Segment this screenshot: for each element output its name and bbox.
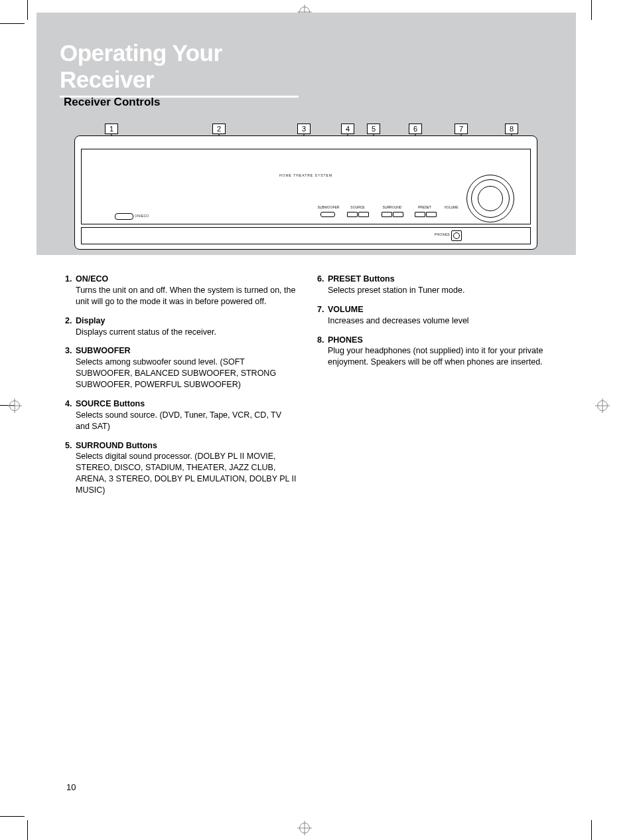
- receiver-diagram: HOME THEATRE SYSTEM ON/ECO SUBWOOFER SOU…: [74, 135, 537, 250]
- list-item: 7.VOLUME Increases and decreases volume …: [317, 304, 549, 327]
- manual-page: Operating Your Receiver Receiver Control…: [0, 0, 633, 840]
- callout-6: 6: [409, 124, 422, 134]
- preset-label: PRESET: [413, 205, 436, 209]
- item-desc: Plug your headphones (not supplied) into…: [328, 345, 549, 368]
- list-item: 8.PHONES Plug your headphones (not suppl…: [317, 335, 549, 369]
- crop-mark: [591, 0, 592, 20]
- callout-3: 3: [297, 124, 311, 134]
- receiver-bottom-strip: [81, 227, 531, 244]
- volume-knob-inner-icon: [478, 186, 503, 211]
- callout-1: 1: [105, 124, 118, 134]
- left-column: 1.ON/ECO Turns the unit on and off. When…: [65, 274, 297, 504]
- system-label: HOME THEATRE SYSTEM: [279, 173, 332, 177]
- item-num: 2.: [65, 315, 76, 327]
- source-label: SOURCE: [346, 205, 370, 209]
- receiver-main-panel: HOME THEATRE SYSTEM ON/ECO SUBWOOFER SOU…: [81, 149, 531, 224]
- subwoofer-label: SUBWOOFER: [315, 205, 342, 209]
- crop-mark: [0, 23, 25, 24]
- callout-4: 4: [341, 124, 354, 134]
- power-button-icon: [115, 213, 133, 220]
- list-item: 5.SURROUND Buttons Selects digital sound…: [65, 440, 297, 496]
- item-title: SURROUND Buttons: [76, 441, 157, 450]
- source-up-icon: [358, 212, 369, 217]
- page-title: Operating Your Receiver: [60, 40, 299, 93]
- callout-7: 7: [455, 124, 468, 134]
- list-item: 1.ON/ECO Turns the unit on and off. When…: [65, 274, 297, 307]
- volume-label: VOLUME: [440, 205, 462, 209]
- crop-mark: [591, 820, 592, 840]
- item-title: SOURCE Buttons: [76, 399, 145, 408]
- description-columns: 1.ON/ECO Turns the unit on and off. When…: [65, 274, 549, 504]
- item-title: VOLUME: [328, 305, 363, 314]
- on-eco-label: ON/ECO: [135, 214, 149, 218]
- page-number: 10: [66, 782, 76, 792]
- item-num: 4.: [65, 398, 76, 410]
- list-item: 2.Display Displays current status of the…: [65, 315, 297, 338]
- item-desc: Displays current status of the receiver.: [76, 327, 297, 338]
- source-down-icon: [347, 212, 358, 217]
- phones-label: PHONES: [435, 232, 450, 236]
- list-item: 3.SUBWOOFER Selects among subwoofer soun…: [65, 345, 297, 390]
- item-desc: Selects sound source. (DVD, Tuner, Tape,…: [76, 410, 297, 432]
- item-title: SUBWOOFER: [76, 346, 131, 355]
- registration-mark-icon: [9, 400, 20, 411]
- item-num: 5.: [65, 440, 76, 452]
- registration-mark-icon: [597, 400, 608, 411]
- crop-mark: [27, 0, 28, 20]
- item-num: 1.: [65, 274, 76, 285]
- crop-mark: [0, 816, 25, 817]
- item-title: PHONES: [328, 335, 363, 345]
- subwoofer-button-icon: [320, 212, 335, 217]
- item-title: Display: [76, 316, 105, 325]
- item-desc: Selects digital sound processor. (DOLBY …: [76, 451, 297, 496]
- item-desc: Selects among subwoofer sound level. (SO…: [76, 357, 297, 390]
- item-title: PRESET Buttons: [328, 274, 395, 284]
- right-column: 6.PRESET Buttons Selects preset station …: [317, 274, 549, 504]
- item-desc: Increases and decreases volume level: [328, 315, 549, 327]
- surround-down-icon: [382, 212, 392, 217]
- item-num: 6.: [317, 274, 328, 285]
- preset-up-icon: [426, 212, 437, 217]
- phones-jack-icon: [451, 230, 462, 241]
- registration-mark-icon: [299, 823, 310, 833]
- surround-label: SURROUND: [379, 205, 405, 209]
- list-item: 6.PRESET Buttons Selects preset station …: [317, 274, 549, 296]
- callout-5: 5: [367, 124, 380, 134]
- surround-up-icon: [393, 212, 403, 217]
- page-title-block: Operating Your Receiver: [60, 40, 299, 98]
- crop-mark: [27, 820, 28, 840]
- callout-8: 8: [505, 124, 518, 134]
- item-desc: Turns the unit on and off. When the syst…: [76, 285, 297, 307]
- item-desc: Selects preset station in Tuner mode.: [328, 285, 549, 296]
- item-num: 3.: [65, 345, 76, 357]
- item-title: ON/ECO: [76, 274, 108, 284]
- item-num: 7.: [317, 304, 328, 315]
- callout-2: 2: [212, 124, 226, 134]
- list-item: 4.SOURCE Buttons Selects sound source. (…: [65, 398, 297, 432]
- item-num: 8.: [317, 335, 328, 346]
- section-subtitle: Receiver Controls: [64, 96, 161, 109]
- preset-down-icon: [415, 212, 425, 217]
